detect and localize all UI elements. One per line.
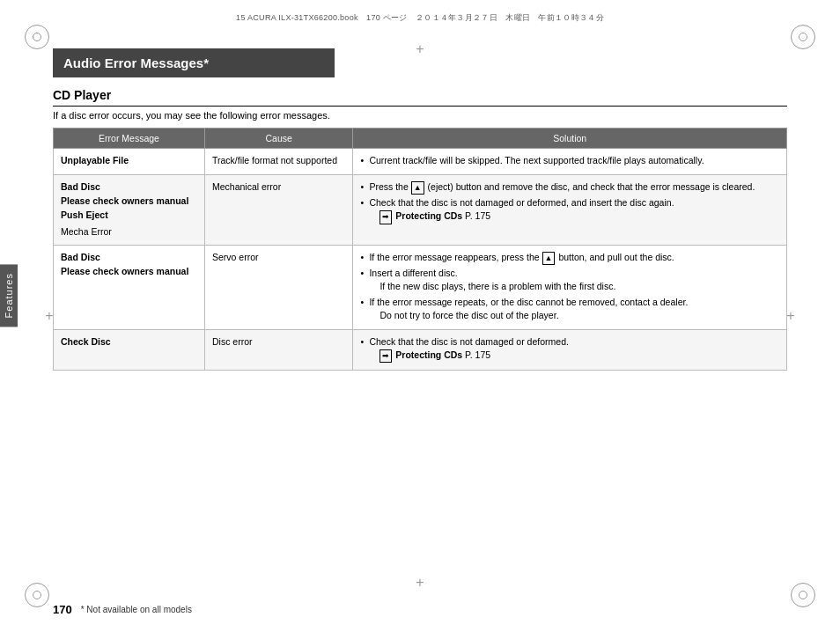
error-label-2d: Mecha Error: [61, 225, 197, 239]
solution-ref: ➡ Protecting CDs P. 175: [369, 349, 490, 360]
corner-decoration-bl: [25, 583, 49, 607]
solution-cell-1: Current track/file will be skipped. The …: [353, 149, 787, 175]
table-row: Unplayable File Track/file format not su…: [54, 149, 787, 175]
eject-icon: ▲: [542, 252, 556, 265]
error-label-1: Unplayable File: [61, 155, 129, 165]
side-tab: Features: [0, 264, 18, 327]
intro-text: If a disc error occurs, you may see the …: [53, 110, 787, 121]
error-cell-3: Bad Disc Please check owners manual: [54, 246, 205, 330]
solution-cell-3: If the error message reappears, press th…: [353, 246, 787, 330]
col-cause: Cause: [204, 129, 352, 149]
ref-icon: ➡: [379, 349, 392, 363]
solution-bullet: If the error message repeats, or the dis…: [360, 296, 779, 322]
footer-note: * Not available on all models: [81, 605, 192, 614]
error-label-2b: Please check owners manual: [61, 195, 197, 209]
solution-cell-2: Press the ▲ (eject) button and remove th…: [353, 175, 787, 246]
error-label-2c: Push Eject: [61, 209, 197, 223]
col-solution: Solution: [353, 129, 787, 149]
error-label-4: Check Disc: [61, 336, 111, 347]
section-title: CD Player: [53, 88, 787, 107]
footer: 170 * Not available on all models: [53, 603, 787, 616]
cause-cell-2: Mechanical error: [204, 175, 352, 246]
solution-ref: ➡ Protecting CDs P. 175: [369, 210, 490, 221]
corner-decoration-br: [791, 583, 815, 607]
cause-cell-3: Servo error: [204, 246, 352, 330]
main-content: Audio Error Messages* CD Player If a dis…: [53, 48, 787, 588]
col-error-message: Error Message: [54, 129, 205, 149]
solution-bullet: If the error message reappears, press th…: [360, 251, 779, 265]
solution-cell-4: Check that the disc is not damaged or de…: [353, 330, 787, 371]
error-cell-2: Bad Disc Please check owners manual Push…: [54, 175, 205, 246]
error-table: Error Message Cause Solution Unplayable …: [53, 128, 787, 371]
table-row: Bad Disc Please check owners manual Push…: [54, 175, 787, 246]
error-cell-4: Check Disc: [54, 330, 205, 371]
solution-bullet: Check that the disc is not damaged or de…: [360, 196, 779, 224]
error-label-3a: Bad Disc: [61, 251, 197, 265]
solution-bullet: Insert a different disc. If the new disc…: [360, 267, 779, 293]
ref-link: Protecting CDs: [395, 349, 462, 360]
solution-sub: Do not try to force the disc out of the …: [369, 310, 558, 320]
solution-bullet: Press the ▲ (eject) button and remove th…: [360, 180, 779, 195]
ref-icon: ➡: [379, 210, 392, 224]
meta-line: 15 ACURA ILX-31TX66200.book 170 ページ ２０１４…: [53, 12, 787, 24]
error-cell-1: Unplayable File: [54, 149, 205, 175]
error-label-2a: Bad Disc: [61, 180, 197, 195]
ref-link: Protecting CDs: [395, 210, 462, 221]
table-row: Check Disc Disc error Check that the dis…: [54, 330, 787, 371]
error-label-3b: Please check owners manual: [61, 265, 197, 279]
corner-decoration-tr: [791, 25, 815, 49]
solution-sub: If the new disc plays, there is a proble…: [369, 281, 615, 291]
corner-decoration-tl: [25, 25, 49, 49]
table-row: Bad Disc Please check owners manual Serv…: [54, 246, 787, 330]
cause-cell-4: Disc error: [204, 330, 352, 371]
header-bar: Audio Error Messages*: [53, 48, 335, 77]
solution-bullet: Current track/file will be skipped. The …: [360, 154, 779, 167]
page-number: 170: [53, 603, 72, 616]
header-title: Audio Error Messages*: [63, 55, 209, 70]
solution-bullet: Check that the disc is not damaged or de…: [360, 335, 779, 363]
eject-icon: ▲: [411, 181, 424, 195]
cause-cell-1: Track/file format not supported: [204, 149, 352, 175]
